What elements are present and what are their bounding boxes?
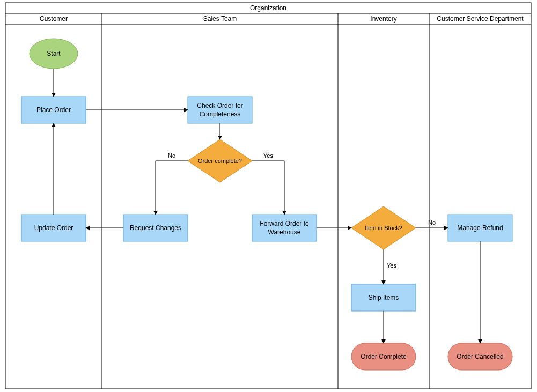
start-label: Start: [47, 50, 61, 57]
edge-decision-yes-label: Yes: [263, 152, 273, 159]
order-cancelled-end-label: Order Cancelled: [457, 353, 503, 360]
forward-order-node: [252, 215, 317, 241]
check-order-label-1: Check Order for: [197, 102, 242, 109]
manage-refund-label: Manage Refund: [457, 224, 503, 232]
item-in-stock-decision-label: Item in Stock?: [365, 225, 402, 231]
lane-header-inventory: Inventory: [370, 15, 396, 23]
forward-order-label-2: Warehouse: [268, 228, 301, 236]
pool-title: Organization: [250, 4, 286, 12]
svg-rect-0: [5, 3, 531, 389]
edge-decision-no-label: No: [168, 152, 175, 159]
edge-stock-no-label: No: [428, 219, 436, 226]
place-order-label: Place Order: [36, 106, 71, 114]
ship-items-label: Ship Items: [369, 294, 399, 301]
update-order-label: Update Order: [34, 224, 73, 232]
lane-header-customer: Customer: [40, 15, 68, 23]
order-complete-decision-label: Order complete?: [198, 158, 242, 164]
order-complete-end-label: Order Complete: [361, 353, 407, 360]
check-order-label-2: Completeness: [200, 110, 241, 118]
edge-decision-yes: [252, 161, 284, 215]
forward-order-label-1: Forward Order to: [260, 220, 309, 227]
lane-header-sales: Sales Team: [203, 15, 237, 23]
request-changes-label: Request Changes: [130, 224, 181, 232]
lane-header-csd: Customer Service Department: [437, 15, 524, 23]
swimlane-diagram: Organization Customer Sales Team Invento…: [0, 0, 537, 392]
edge-stock-yes-label: Yes: [387, 262, 396, 269]
check-order-node: [188, 97, 252, 123]
edge-decision-no: [156, 161, 188, 215]
